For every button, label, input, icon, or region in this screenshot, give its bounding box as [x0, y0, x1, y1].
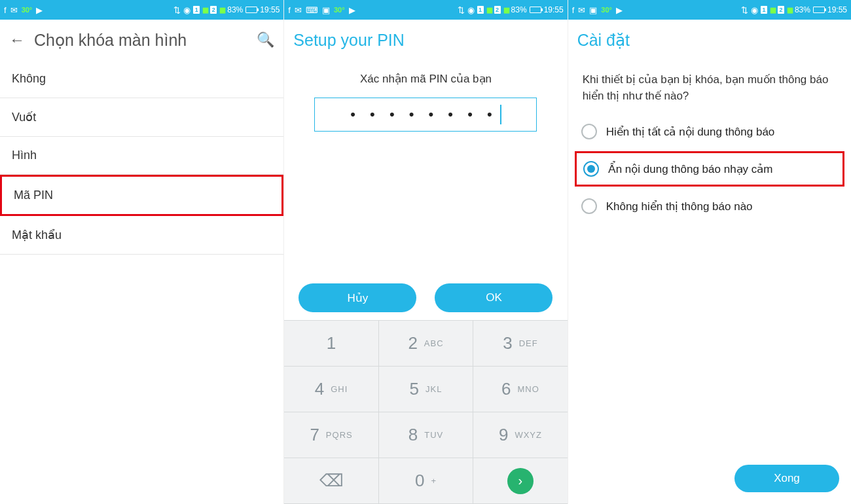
battery-percent: 83%	[795, 5, 810, 14]
digit-key-5[interactable]: 5JKL	[379, 367, 473, 412]
clock: 19:55	[827, 5, 847, 14]
page-title: Setup your PIN	[293, 31, 405, 50]
panel-notification-settings: f ✉ ▣ 30° ▶ ⇅ ◉ 1 ▮▮ 2 ▮▮ 83% 19:55 Cài …	[568, 0, 851, 504]
wifi-icon: ⇅	[458, 6, 465, 14]
key-letters: JKL	[426, 384, 442, 394]
lock-option[interactable]: Hình	[0, 137, 283, 175]
option-label: Ẩn nội dung thông báo nhạy cảm	[608, 162, 773, 176]
lock-option[interactable]: Mật khẩu	[0, 216, 283, 255]
sim1-icon: 1	[193, 6, 200, 14]
back-icon[interactable]: ←	[9, 31, 25, 49]
radio-icon	[581, 198, 597, 214]
image-icon: ▣	[322, 6, 330, 14]
go-key[interactable]: ›	[473, 458, 567, 504]
key-number: 1	[327, 333, 336, 353]
notification-option[interactable]: Hiển thị tất cả nội dung thông báo	[575, 116, 844, 147]
done-button[interactable]: Xong	[734, 465, 839, 492]
playstore-icon: ▶	[349, 6, 355, 14]
clock: 19:55	[260, 5, 280, 14]
sim2-icon: 2	[778, 6, 784, 14]
notification-options: Hiển thị tất cả nội dung thông báoẨn nội…	[568, 112, 851, 226]
cancel-button[interactable]: Hủy	[299, 283, 416, 312]
temperature: 30°	[334, 6, 345, 14]
keyboard-icon: ⌨	[306, 6, 318, 14]
battery-icon	[813, 7, 825, 13]
key-number: 7	[310, 425, 319, 445]
digit-key-7[interactable]: 7PQRS	[284, 412, 378, 458]
key-number: 6	[501, 379, 511, 399]
key-letters: GHI	[331, 384, 348, 394]
facebook-icon: f	[288, 6, 291, 14]
key-number: 8	[408, 425, 418, 445]
signal2-icon: ▮▮	[503, 6, 509, 14]
ok-button[interactable]: OK	[435, 283, 552, 312]
page-title: Chọn khóa màn hình	[34, 31, 187, 50]
key-number: 3	[503, 333, 512, 353]
digit-key-1[interactable]: 1	[284, 321, 378, 367]
playstore-icon: ▶	[36, 6, 43, 14]
go-icon: ›	[507, 468, 534, 494]
key-number: ⌫	[319, 471, 344, 491]
key-number: 0	[415, 471, 424, 491]
sim2-icon: 2	[210, 6, 217, 14]
pin-input[interactable]: • • • • • • • •	[314, 98, 537, 132]
status-bar: f ✉ ▣ 30° ▶ ⇅ ◉ 1 ▮▮ 2 ▮▮ 83% 19:55	[568, 0, 851, 20]
signal1-icon: ▮▮	[770, 6, 775, 14]
notification-option[interactable]: Ẩn nội dung thông báo nhạy cảm	[575, 151, 844, 187]
digit-key-0[interactable]: 0+	[379, 458, 473, 504]
pin-prompt: Xác nhận mã PIN của bạn	[284, 72, 567, 86]
radio-icon	[583, 161, 599, 177]
panel-setup-pin: f ✉ ⌨ ▣ 30° ▶ ⇅ ◉ 1 ▮▮ 2 ▮▮ 83% 19:55 Se…	[283, 0, 567, 504]
action-row: Hủy OK	[284, 276, 567, 320]
image-icon: ▣	[589, 6, 597, 14]
appbar: Cài đặt	[568, 20, 851, 60]
facebook-icon: f	[4, 6, 7, 14]
wifi-icon: ⇅	[173, 6, 181, 14]
temperature: 30°	[22, 6, 33, 14]
playstore-icon: ▶	[616, 6, 623, 14]
appbar: Setup your PIN	[284, 20, 567, 60]
digit-key-9[interactable]: 9WXYZ	[473, 412, 567, 458]
digit-key-6[interactable]: 6MNO	[473, 367, 567, 412]
digit-key-3[interactable]: 3DEF	[473, 321, 567, 367]
sim1-icon: 1	[477, 6, 484, 14]
key-number: 2	[408, 333, 417, 353]
digit-key-4[interactable]: 4GHI	[284, 367, 378, 412]
messenger-icon: ✉	[10, 6, 18, 14]
key-letters: PQRS	[326, 430, 353, 440]
notification-option[interactable]: Không hiển thị thông báo nào	[575, 190, 844, 222]
sim2-icon: 2	[494, 6, 501, 14]
signal2-icon: ▮▮	[219, 6, 225, 14]
key-number: 9	[499, 425, 508, 445]
backspace-key[interactable]: ⌫	[284, 458, 378, 504]
page-title: Cài đặt	[577, 31, 630, 50]
radio-icon	[581, 124, 597, 139]
panel-choose-lock: f ✉ 30° ▶ ⇅ ◉ 1 ▮▮ 2 ▮▮ 83% 19:55 ← Chọn…	[0, 0, 283, 504]
facebook-icon: f	[572, 6, 575, 14]
key-letters: MNO	[517, 384, 539, 394]
battery-percent: 83%	[227, 5, 243, 14]
status-bar: f ✉ ⌨ ▣ 30° ▶ ⇅ ◉ 1 ▮▮ 2 ▮▮ 83% 19:55	[284, 0, 567, 20]
lock-option[interactable]: Vuốt	[0, 98, 283, 137]
battery-percent: 83%	[511, 5, 527, 14]
lock-option[interactable]: Không	[0, 60, 283, 98]
key-letters: ABC	[424, 338, 444, 348]
signal2-icon: ▮▮	[787, 6, 792, 14]
digit-key-8[interactable]: 8TUV	[379, 412, 473, 458]
key-letters: +	[431, 476, 437, 486]
wifi-signal-icon: ◉	[467, 6, 475, 14]
wifi-icon: ⇅	[741, 6, 748, 14]
numeric-keypad: 12ABC3DEF4GHI5JKL6MNO7PQRS8TUV9WXYZ⌫0+›	[284, 320, 567, 504]
digit-key-2[interactable]: 2ABC	[379, 321, 473, 367]
lock-option[interactable]: Mã PIN	[0, 175, 283, 216]
search-icon[interactable]: 🔍	[257, 31, 274, 48]
settings-question: Khi thiết bị của bạn bị khóa, bạn muốn t…	[568, 60, 851, 112]
appbar: ← Chọn khóa màn hình 🔍	[0, 20, 283, 60]
option-label: Không hiển thị thông báo nào	[606, 200, 753, 213]
wifi-signal-icon: ◉	[751, 6, 758, 14]
option-label: Hiển thị tất cả nội dung thông báo	[606, 125, 775, 139]
clock: 19:55	[544, 5, 564, 14]
key-number: 5	[410, 379, 419, 399]
signal1-icon: ▮▮	[202, 6, 208, 14]
key-number: 4	[315, 379, 324, 399]
